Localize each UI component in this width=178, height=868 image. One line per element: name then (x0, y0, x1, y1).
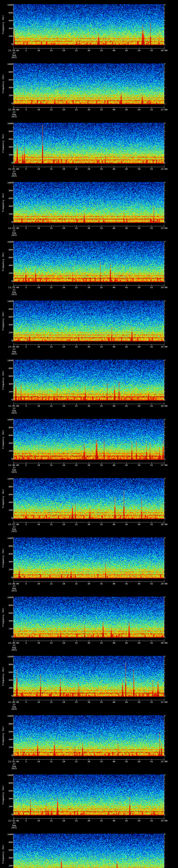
date-stack: 22 Sep 2015 (9, 466, 19, 473)
y-axis-end-tick (164, 774, 166, 775)
y-major-tick (164, 546, 166, 546)
x-major-tick (126, 344, 127, 345)
x-axis-start-time-label: 13:28:00 (6, 583, 21, 585)
x-axis-start-time-label: 13:22:00 (6, 227, 21, 229)
y-tick-label: 600 (6, 849, 13, 851)
x-major-tick (38, 699, 39, 701)
y-tick-label: 400 (6, 501, 13, 503)
y-axis-end-tick (12, 537, 13, 538)
x-axis-start-time-label: 13:25:00 (6, 405, 21, 407)
y-axis-title: Frequency (Hz) (2, 489, 4, 508)
y-axis-title: Frequency (Hz) (2, 430, 4, 449)
x-tick-label: 35 (98, 346, 105, 348)
y-major-tick (12, 131, 13, 131)
y-major-tick (164, 427, 166, 428)
x-tick-label: 5 (23, 464, 30, 466)
x-axis-end-time-label: 25:00 (158, 346, 170, 348)
date-stack: 22 Sep 2015 (9, 348, 19, 355)
x-tick-label: 15 (48, 819, 55, 822)
x-tick-label: 10 (35, 49, 42, 52)
x-major-tick (76, 403, 77, 405)
y-minor-tick (164, 329, 165, 329)
x-major-tick (76, 581, 77, 582)
y-tick-label: 200 (6, 805, 13, 808)
y-major-tick (12, 842, 13, 842)
x-tick-label: 15 (48, 227, 55, 229)
x-major-tick (51, 166, 52, 168)
x-tick-label: 40 (110, 286, 117, 288)
y-axis-title: Frequency (Hz) (2, 371, 4, 390)
y-tick-label: 800 (6, 782, 13, 784)
y-major-tick (164, 64, 166, 64)
x-tick-label: 50 (136, 642, 143, 644)
y-tick-label: 1000 (6, 537, 13, 539)
spectrogram-panel: Frequency (Hz) 10008006004002000 13:22:0… (0, 181, 178, 241)
date-year: 2015 (9, 471, 19, 473)
x-major-tick (139, 166, 139, 168)
y-tick-label: 0 (6, 280, 13, 282)
x-tick-label: 10 (35, 286, 42, 288)
x-axis-end-time-label: 33:00 (158, 819, 170, 822)
x-major-tick (89, 344, 89, 345)
y-tick-label: 600 (6, 671, 13, 673)
x-tick-label: 20 (60, 168, 67, 170)
y-minor-tick (12, 743, 13, 744)
y-axis-title: Frequency (Hz) (2, 15, 4, 34)
y-minor-tick (12, 625, 13, 625)
y-axis-end-tick (164, 834, 166, 834)
y-axis-end-tick (164, 4, 166, 4)
x-tick-label: 40 (110, 761, 117, 763)
y-minor-tick (12, 194, 13, 195)
y-minor-tick (12, 617, 13, 617)
x-tick-label: 15 (48, 523, 55, 526)
y-major-tick (164, 324, 166, 325)
y-tick-label: 600 (6, 553, 13, 555)
x-tick-label: 50 (136, 227, 143, 229)
x-major-tick (26, 640, 26, 642)
y-minor-tick (12, 692, 13, 692)
x-tick-label: 15 (48, 346, 55, 348)
x-major-tick (76, 225, 77, 227)
x-major-tick (26, 581, 26, 582)
x-tick-label: 15 (48, 464, 55, 466)
x-major-tick (126, 758, 127, 760)
spectrogram-panel: Frequency (Hz) 10008006004002000 13:24:0… (0, 300, 178, 359)
y-major-tick (12, 36, 13, 36)
x-tick-label: 25 (73, 286, 80, 288)
x-tick-label: 5 (23, 108, 30, 111)
x-tick-label: 25 (73, 108, 80, 111)
y-axis-end-tick (164, 537, 166, 538)
x-tick-label: 55 (148, 49, 155, 52)
x-tick-label: 15 (48, 108, 55, 111)
y-axis-end-tick (12, 123, 13, 123)
y-major-tick (12, 605, 13, 606)
y-axis-end-tick (164, 45, 166, 45)
y-axis-title: Frequency (Hz) (2, 549, 4, 567)
x-major-tick (89, 640, 89, 642)
x-major-tick (89, 48, 89, 49)
x-tick-label: 10 (35, 523, 42, 526)
spectrogram-image (13, 478, 164, 519)
y-major-tick (12, 317, 13, 317)
y-axis-end-tick (12, 578, 13, 579)
y-minor-tick (12, 846, 13, 846)
y-minor-tick (12, 498, 13, 499)
x-major-tick (139, 699, 139, 701)
y-tick-label: 400 (6, 798, 13, 800)
x-major-tick (89, 699, 89, 701)
date-year: 2015 (9, 234, 19, 236)
y-minor-tick (164, 692, 165, 692)
spectrogram-panel: Frequency (Hz) 10008006004002000 13:29:0… (0, 596, 178, 655)
x-axis-start-time-label: 13:21:00 (6, 168, 21, 170)
x-tick-label: 15 (48, 405, 55, 407)
x-major-tick (89, 758, 89, 760)
y-major-tick (12, 155, 13, 155)
y-major-tick (164, 265, 166, 266)
y-axis-end-tick (12, 104, 13, 104)
y-tick-label: 600 (6, 197, 13, 199)
y-minor-tick (12, 329, 13, 329)
y-minor-tick (12, 127, 13, 128)
x-major-tick (38, 818, 39, 819)
x-major-tick (26, 225, 26, 227)
x-tick-label: 10 (35, 405, 42, 407)
